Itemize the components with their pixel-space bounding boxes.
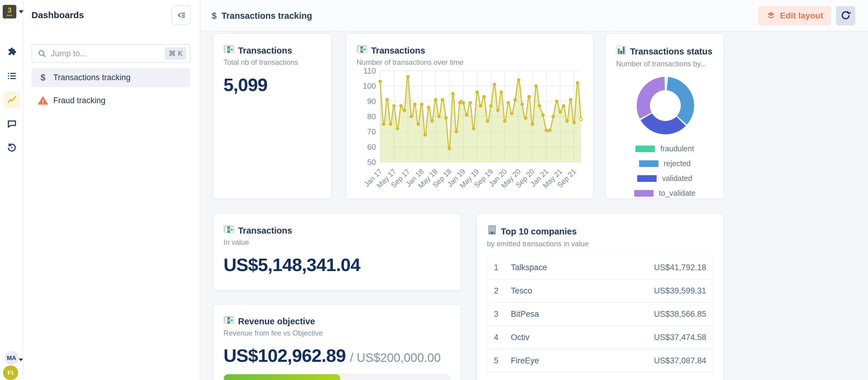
- card-subtitle: by emitted transactions in value: [487, 240, 713, 248]
- legend-label: rejected: [664, 159, 691, 168]
- legend-swatch: [634, 190, 654, 197]
- avatar-initials: MA: [7, 355, 16, 361]
- collapse-panel-button[interactable]: [172, 5, 191, 25]
- dashboard-board: € Transactions Total nb of transactions …: [200, 31, 868, 380]
- svg-text:50: 50: [367, 157, 376, 167]
- card-title-text: Revenue objective: [238, 316, 315, 327]
- svg-text:100: 100: [363, 81, 376, 90]
- card-subtitle: In value: [223, 238, 450, 246]
- euro-banknote-icon: €: [223, 45, 235, 56]
- svg-text:80: 80: [367, 112, 376, 121]
- page-title-text: Transactions tracking: [221, 11, 312, 21]
- search-box[interactable]: ⌘ K: [31, 44, 190, 63]
- main-content: $ Transactions tracking Edit layout € Tr…: [200, 0, 868, 380]
- card-total-transactions: € Transactions Total nb of transactions …: [213, 33, 332, 199]
- company-cell: BitPesa: [511, 310, 654, 319]
- total-transactions-value: 5,099: [223, 75, 321, 95]
- avatar-caret-icon[interactable]: [19, 358, 23, 361]
- svg-text:60: 60: [367, 143, 376, 152]
- chat-icon[interactable]: [3, 115, 20, 132]
- search-input[interactable]: [51, 49, 165, 58]
- legend-item[interactable]: fraudulent: [636, 144, 694, 153]
- rank-cell: 3: [494, 310, 511, 319]
- workspace-logo[interactable]: 3 Bank: [3, 5, 16, 19]
- transactions-value: US$5,148,341.04: [223, 255, 450, 275]
- table-row: 1TalkspaceUS$41,792.18: [487, 256, 713, 280]
- workspace-logo-text: 3: [7, 7, 11, 14]
- legend-item[interactable]: validated: [637, 174, 692, 183]
- edit-layout-button[interactable]: Edit layout: [758, 6, 831, 25]
- rank-cell: 1: [494, 263, 511, 272]
- card-transactions-value: € Transactions In value US$5,148,341.04: [213, 213, 461, 291]
- card-title-text: Transactions: [371, 45, 425, 56]
- company-cell: Octiv: [511, 333, 654, 342]
- refresh-icon: [840, 10, 851, 21]
- value-cell: US$37,474.58: [654, 333, 706, 342]
- euro-banknote-icon: €: [223, 316, 235, 327]
- workspace-logo-subtext: Bank: [7, 14, 12, 17]
- legend-swatch: [639, 160, 658, 167]
- legend-label: fraudulent: [660, 144, 694, 153]
- svg-text:€: €: [228, 319, 230, 322]
- avatar[interactable]: MA: [4, 351, 19, 365]
- page-title: $ Transactions tracking: [212, 0, 312, 31]
- sidebar-item-fraud-tracking[interactable]: Fraud tracking: [31, 91, 190, 110]
- card-subtitle: Number of transactions over time: [356, 58, 583, 66]
- collapse-panel-icon: [176, 10, 186, 20]
- rank-cell: 5: [494, 356, 511, 366]
- euro-banknote-icon: €: [223, 225, 235, 236]
- card-title-text: Transactions: [238, 45, 292, 56]
- rail-nav: [0, 43, 23, 163]
- card-transactions-status: Transactions status Number of transactio…: [605, 33, 724, 199]
- value-cell: US$39,599.31: [654, 286, 706, 296]
- list-icon[interactable]: [3, 67, 20, 84]
- revenue-target: / US$200,000.00: [350, 351, 441, 364]
- warning-icon: [37, 96, 49, 105]
- svg-text:€: €: [228, 228, 230, 231]
- sidebar-item-label: Fraud tracking: [53, 96, 105, 105]
- company-cell: FireEye: [511, 356, 654, 366]
- legend-label: validated: [662, 174, 692, 183]
- legend-label: to_validate: [659, 189, 695, 198]
- workspace-caret-icon[interactable]: [19, 10, 24, 13]
- svg-text:90: 90: [367, 97, 376, 106]
- company-cell: Talkspace: [511, 263, 654, 272]
- value-cell: US$37,087.84: [654, 356, 706, 366]
- panel-title: Dashboards: [31, 10, 84, 20]
- svg-text:70: 70: [367, 127, 376, 136]
- refresh-button[interactable]: [836, 6, 855, 25]
- page-header: $ Transactions tracking Edit layout: [200, 0, 868, 31]
- line-chart-icon[interactable]: [3, 91, 20, 108]
- card-subtitle: Number of transactions by...: [616, 60, 713, 68]
- card-subtitle: Revenue from fee vs Objective: [223, 329, 450, 337]
- dollar-icon: $: [37, 72, 49, 83]
- legend-item[interactable]: to_validate: [634, 189, 695, 198]
- table-row: 4OctivUS$37,474.58: [487, 326, 713, 349]
- dashboards-panel: Dashboards ⌘ K $ Transactions tracking F…: [23, 0, 200, 380]
- rank-cell: 2: [494, 286, 511, 296]
- layers-icon: [766, 11, 776, 21]
- legend-item[interactable]: rejected: [639, 159, 691, 168]
- dashboard-list: $ Transactions tracking Fraud tracking: [31, 68, 190, 114]
- card-subtitle: Total nb of transactions: [223, 58, 321, 66]
- transactions-line-chart: 5060708090100110Jan 17May 17Sep 17Jan 18…: [356, 67, 595, 197]
- environment-badge[interactable]: Ft: [3, 366, 18, 380]
- revenue-progress-track: [223, 374, 450, 380]
- rank-cell: 4: [494, 333, 511, 342]
- table-row: 3BitPesaUS$38,566.85: [487, 303, 713, 326]
- company-cell: Tesco: [511, 286, 654, 296]
- table-row: 5FireEyeUS$37,087.84: [487, 349, 713, 373]
- card-title-text: Transactions status: [630, 46, 712, 57]
- card-title-text: Transactions: [238, 225, 292, 236]
- top-companies-table: 1TalkspaceUS$41,792.182TescoUS$39,599.31…: [487, 256, 713, 373]
- revenue-value: US$102,962.89: [223, 345, 346, 366]
- legend-swatch: [637, 175, 657, 182]
- history-icon[interactable]: [3, 139, 20, 156]
- value-cell: US$38,566.85: [654, 310, 706, 319]
- sidebar-item-transactions-tracking[interactable]: $ Transactions tracking: [31, 68, 190, 87]
- left-rail: 3 Bank MA Ft: [0, 0, 23, 380]
- value-cell: US$41,792.18: [654, 263, 706, 272]
- puzzle-icon[interactable]: [3, 43, 20, 60]
- bar-chart-icon: [616, 45, 626, 58]
- euro-banknote-icon: €: [356, 45, 368, 56]
